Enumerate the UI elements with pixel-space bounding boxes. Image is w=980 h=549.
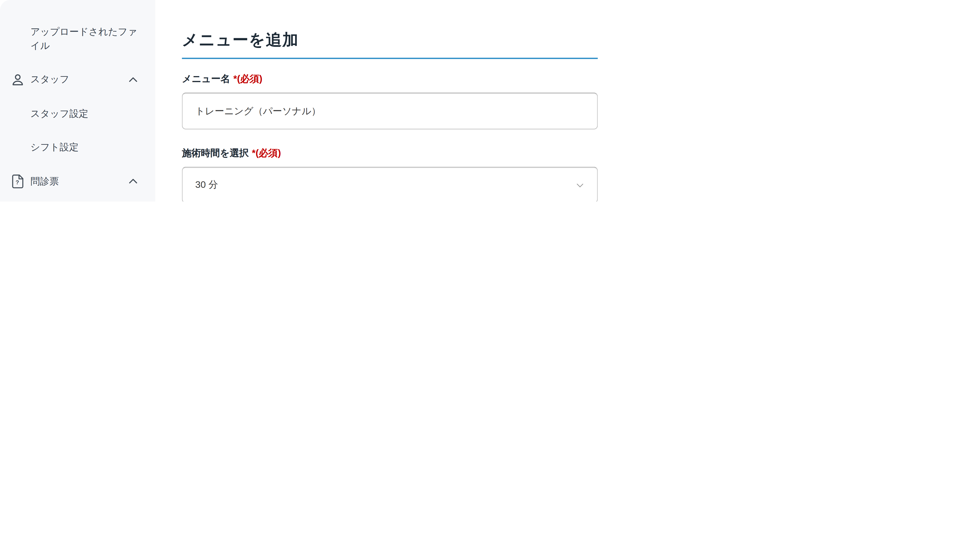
sidebar-item-uploaded-files[interactable]: アップロードされたファイル [0, 25, 155, 53]
sidebar-item-label: 問診票 [30, 176, 59, 188]
menu-name-input[interactable] [182, 93, 598, 129]
chevron-down-icon [574, 179, 586, 191]
chevron-up-icon [126, 73, 140, 87]
svg-text:?: ? [16, 179, 19, 186]
app-window: アップロードされたファイル スタッフ スタッフ設定 シフト設定 ? [0, 0, 980, 201]
sidebar-item-label: アップロードされたファイル [30, 25, 142, 53]
page-title: メニューを追加 [182, 29, 598, 49]
menu-name-label: メニュー名*(必須) [182, 73, 598, 85]
duration-select-value: 30 分 [195, 179, 218, 191]
title-underline [182, 58, 598, 59]
sidebar-item-staff-settings[interactable]: スタッフ設定 [0, 97, 155, 131]
sidebar-item-scanned-set[interactable]: スキャン済みセット [0, 198, 155, 201]
duration-select[interactable]: 30 分 [182, 167, 598, 201]
sidebar-group-questionnaire[interactable]: ? 問診票 [0, 164, 155, 198]
main-content: メニューを追加 メニュー名*(必須) 施術時間を選択*(必須) 30 分 金額 … [155, 0, 980, 201]
sidebar-group-staff[interactable]: スタッフ [0, 63, 155, 97]
sidebar-nav: アップロードされたファイル スタッフ スタッフ設定 シフト設定 ? [0, 0, 155, 201]
duration-label: 施術時間を選択*(必須) [182, 147, 598, 159]
sidebar-item-shift-settings[interactable]: シフト設定 [0, 131, 155, 165]
sidebar-item-label: スタッフ設定 [30, 108, 88, 120]
person-icon [10, 72, 25, 87]
sidebar: アップロードされたファイル スタッフ スタッフ設定 シフト設定 ? [0, 0, 155, 201]
sidebar-item-label: スタッフ [30, 74, 69, 86]
sidebar-item-label: シフト設定 [30, 142, 79, 154]
required-badge: *(必須) [252, 147, 281, 158]
questionnaire-icon: ? [10, 174, 25, 189]
required-badge: *(必須) [233, 73, 262, 83]
chevron-up-icon [126, 174, 140, 188]
